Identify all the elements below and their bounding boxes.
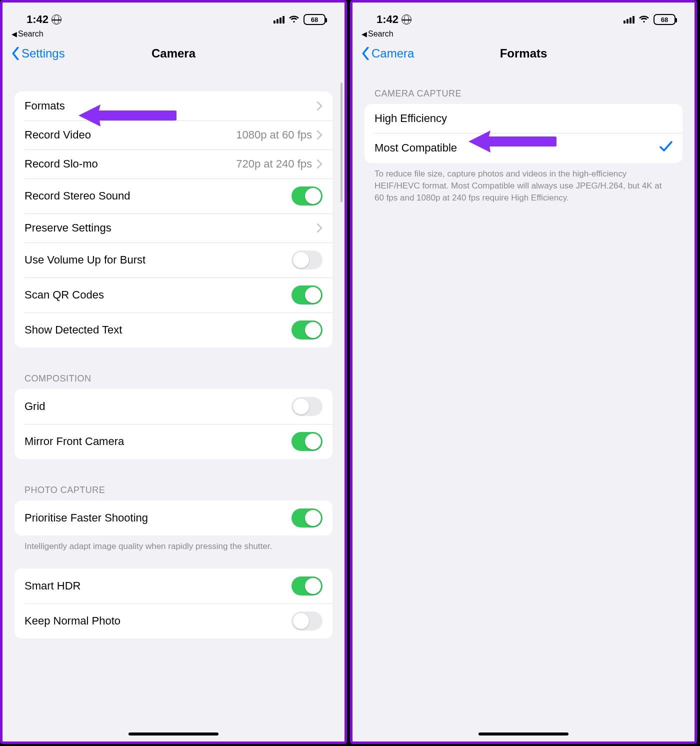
toggle-stereo[interactable]: [292, 186, 322, 206]
back-button[interactable]: Camera: [362, 46, 414, 60]
footer-formats: To reduce file size, capture photos and …: [364, 163, 682, 204]
chevron-right-icon: [317, 102, 322, 110]
formats-list: Camera Capture High Efficiency Most Comp…: [352, 88, 694, 204]
toggle-mirror[interactable]: [292, 432, 322, 451]
home-indicator[interactable]: [478, 732, 568, 736]
back-label: Camera: [372, 46, 414, 60]
phone-camera-settings: 1:42 68 ◀ Search Settings Camera Formats: [0, 0, 347, 744]
cellular-icon: [624, 16, 634, 24]
nav-header: Settings Camera: [2, 42, 344, 68]
back-to-search[interactable]: ◀ Search: [352, 30, 694, 42]
wifi-icon: [638, 16, 650, 24]
section-header-camera-capture: Camera Capture: [364, 88, 682, 104]
settings-group-composition: Grid Mirror Front Camera: [14, 389, 332, 459]
row-high-efficiency[interactable]: High Efficiency: [364, 104, 682, 133]
settings-group-main: Formats Record Video 1080p at 60 fps Rec…: [14, 92, 332, 348]
chevron-right-icon: [317, 160, 322, 168]
page-title: Camera: [152, 46, 196, 60]
globe-icon: [52, 14, 62, 24]
settings-group-photo-capture: Prioritise Faster Shooting: [14, 500, 332, 536]
footer-prioritise: Intelligently adapt image quality when r…: [14, 536, 332, 552]
status-bar: 1:42 68: [2, 2, 344, 30]
row-stereo-sound: Record Stereo Sound: [14, 178, 332, 214]
row-mirror-front: Mirror Front Camera: [14, 424, 332, 459]
battery-icon: 68: [654, 14, 676, 25]
toggle-grid[interactable]: [292, 397, 322, 416]
back-label: Settings: [22, 46, 65, 60]
chevron-left-icon: [362, 47, 370, 60]
status-time: 1:42: [26, 13, 48, 26]
row-grid: Grid: [14, 389, 332, 424]
home-indicator[interactable]: [128, 732, 218, 736]
row-scan-qr: Scan QR Codes: [14, 278, 332, 312]
row-prioritise-shooting: Prioritise Faster Shooting: [14, 500, 332, 536]
battery-icon: 68: [304, 14, 326, 25]
back-button[interactable]: Settings: [12, 46, 65, 60]
status-bar: 1:42 68: [352, 2, 694, 30]
row-volume-burst: Use Volume Up for Burst: [14, 242, 332, 278]
chevron-left-icon: ◀: [12, 30, 17, 38]
toggle-prioritise[interactable]: [292, 508, 322, 528]
globe-icon: [402, 14, 412, 24]
toggle-detected-text[interactable]: [292, 320, 322, 340]
nav-header: Camera Formats: [352, 42, 694, 68]
toggle-scan-qr[interactable]: [292, 286, 322, 304]
toggle-smart-hdr[interactable]: [292, 576, 322, 596]
chevron-left-icon: ◀: [362, 30, 367, 38]
cellular-icon: [274, 16, 284, 24]
chevron-left-icon: [12, 47, 20, 60]
chevron-right-icon: [317, 130, 322, 140]
toggle-volume-burst[interactable]: [292, 250, 322, 270]
back-to-search[interactable]: ◀ Search: [2, 30, 344, 42]
checkmark-icon: [660, 141, 672, 155]
settings-group-formats: High Efficiency Most Compatible: [364, 104, 682, 163]
status-time: 1:42: [376, 13, 398, 26]
settings-group-hdr: Smart HDR Keep Normal Photo: [14, 568, 332, 638]
row-detected-text: Show Detected Text: [14, 312, 332, 348]
toggle-keep-normal[interactable]: [292, 612, 322, 630]
chevron-right-icon: [317, 224, 322, 232]
row-keep-normal: Keep Normal Photo: [14, 604, 332, 638]
row-smart-hdr: Smart HDR: [14, 568, 332, 604]
row-preserve-settings[interactable]: Preserve Settings: [14, 214, 332, 242]
row-formats[interactable]: Formats: [14, 92, 332, 120]
settings-list: Formats Record Video 1080p at 60 fps Rec…: [2, 92, 344, 638]
section-header-photo-capture: Photo Capture: [14, 485, 332, 500]
wifi-icon: [288, 16, 300, 24]
row-most-compatible[interactable]: Most Compatible: [364, 133, 682, 163]
row-record-video[interactable]: Record Video 1080p at 60 fps: [14, 120, 332, 150]
section-header-composition: Composition: [14, 374, 332, 389]
row-record-slomo[interactable]: Record Slo-mo 720p at 240 fps: [14, 150, 332, 178]
phone-formats-settings: 1:42 68 ◀ Search Camera Formats Camera C…: [350, 0, 697, 744]
page-title: Formats: [500, 46, 548, 60]
